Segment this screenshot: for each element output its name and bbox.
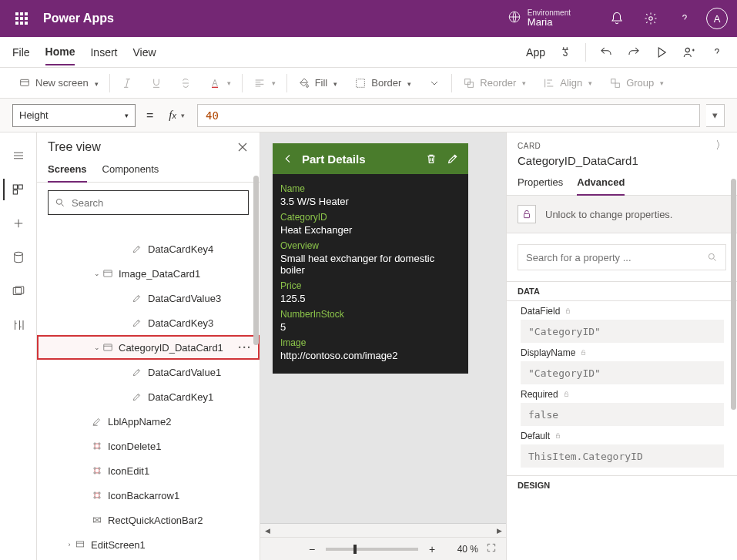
app-checker-icon[interactable] — [558, 45, 573, 60]
zoom-slider[interactable] — [326, 548, 418, 551]
fill-button[interactable]: Fill — [292, 74, 344, 92]
menu-insert[interactable]: Insert — [90, 40, 117, 65]
toolbar: New screen Fill Border Reorder Align Gro… — [0, 68, 737, 99]
back-arrow-icon[interactable] — [280, 151, 296, 166]
help-menu-icon[interactable] — [709, 45, 725, 60]
notifications-icon[interactable] — [601, 0, 632, 37]
settings-icon[interactable] — [635, 0, 666, 37]
zoom-out-button[interactable]: − — [306, 543, 318, 555]
tree-item[interactable]: DataCardKey1 — [37, 384, 260, 409]
property-value[interactable]: ThisItem.CategoryID — [521, 444, 724, 468]
tree-item[interactable]: IconDelete1 — [37, 434, 260, 458]
chevron-down-icon[interactable]: ⌄ — [92, 270, 102, 277]
text-align-icon[interactable] — [247, 74, 282, 92]
zoom-fit-icon[interactable] — [486, 542, 497, 555]
fx-dropdown[interactable]: ▾ — [181, 112, 191, 119]
chevron-right-icon[interactable]: › — [65, 541, 74, 548]
align-button[interactable]: Align — [537, 74, 598, 92]
tree-search-input[interactable] — [48, 190, 249, 215]
tab-screens[interactable]: Screens — [48, 159, 87, 183]
tree-item[interactable]: IconBackarrow1 — [37, 483, 260, 508]
property-value[interactable]: "CategoryID" — [521, 320, 724, 343]
svg-rect-5 — [357, 79, 365, 87]
field-label: Price — [280, 280, 461, 291]
field-value: Small heat exchanger for domestic boiler — [280, 253, 461, 276]
redo-icon[interactable] — [626, 45, 642, 60]
more-options-icon[interactable]: ··· — [238, 341, 252, 354]
rail-insert-icon[interactable] — [3, 208, 34, 239]
underline-icon[interactable] — [144, 74, 169, 92]
tree-item[interactable]: DataCardValue3 — [37, 286, 260, 310]
reorder-label: Reorder — [480, 77, 516, 89]
play-icon[interactable] — [654, 45, 669, 60]
form-preview[interactable]: Part Details Name3.5 W/S HeaterCategoryI… — [273, 143, 468, 374]
tab-components[interactable]: Components — [102, 159, 159, 182]
tree-item[interactable]: ⌄CategoryID_DataCard1··· — [37, 335, 260, 360]
svg-rect-3 — [21, 79, 29, 86]
chevron-down-icon[interactable]: ⌄ — [92, 344, 102, 351]
tree-item-label: IconBackarrow1 — [108, 490, 179, 501]
formula-expand-icon[interactable]: ▾ — [706, 104, 725, 127]
user-avatar[interactable]: A — [706, 8, 728, 29]
scroll-right-icon[interactable]: ▶ — [492, 524, 506, 538]
more-formatting-icon[interactable] — [422, 74, 447, 92]
tree-item[interactable]: ⌄Image_DataCard1 — [37, 261, 260, 286]
app-launcher-icon[interactable] — [9, 6, 34, 31]
svg-rect-33 — [524, 213, 530, 217]
zoom-percent: 40 % — [446, 544, 478, 555]
property-selector[interactable]: Height ▾ — [12, 104, 136, 127]
rail-tree-view-icon[interactable] — [3, 174, 34, 205]
tree-item[interactable]: LblAppName2 — [37, 409, 260, 434]
tree-item[interactable]: IconEdit1 — [37, 458, 260, 483]
tree-item[interactable]: DataCardKey4 — [37, 236, 260, 261]
unlock-bar: Unlock to change properties. — [507, 196, 737, 233]
edit-icon[interactable] — [445, 151, 461, 166]
border-button[interactable]: Border — [348, 74, 417, 92]
property-value[interactable]: "CategoryID" — [521, 361, 724, 384]
undo-icon[interactable] — [598, 45, 614, 60]
rail-advanced-icon[interactable] — [3, 310, 34, 340]
tree-item[interactable]: ›EditScreen1 — [37, 532, 260, 557]
tree-item[interactable]: DataCardKey3 — [37, 310, 260, 335]
new-screen-button[interactable]: New screen — [12, 74, 105, 92]
property-value[interactable]: false — [521, 403, 724, 426]
field-label: Overview — [280, 240, 461, 251]
card-collapse-icon[interactable]: 〉 — [715, 139, 726, 153]
strikethrough-icon[interactable] — [173, 74, 198, 92]
font-color-icon[interactable] — [203, 74, 237, 92]
canvas-h-scrollbar[interactable]: ◀ ▶ — [260, 523, 506, 537]
menu-view[interactable]: View — [132, 40, 156, 65]
group-button[interactable]: Group — [603, 74, 670, 92]
italic-icon[interactable] — [115, 74, 139, 92]
menu-file[interactable]: File — [12, 40, 30, 65]
zoom-in-button[interactable]: + — [426, 543, 438, 555]
tree-item[interactable]: DataCardValue1 — [37, 360, 260, 384]
rail-media-icon[interactable] — [3, 276, 34, 307]
reorder-button[interactable]: Reorder — [457, 74, 532, 92]
property-search[interactable]: Search for a property ... — [518, 244, 726, 270]
formula-input[interactable]: 40 — [197, 104, 700, 127]
delete-icon[interactable] — [424, 151, 439, 166]
share-icon[interactable] — [682, 45, 697, 60]
environment-picker[interactable]: Environment Maria — [508, 8, 571, 28]
tree-item-clipped[interactable] — [37, 223, 260, 236]
properties-scrollbar[interactable] — [729, 179, 736, 560]
help-icon[interactable] — [669, 0, 700, 37]
edit-icon — [131, 243, 143, 254]
tab-properties[interactable]: Properties — [518, 173, 563, 195]
divider — [286, 74, 287, 92]
tree-scrollbar[interactable] — [251, 132, 259, 560]
fx-icon[interactable]: fx — [164, 109, 181, 122]
svg-point-25 — [94, 472, 95, 474]
menu-home[interactable]: Home — [45, 39, 75, 65]
rail-hamburger-icon[interactable] — [3, 140, 34, 171]
menu-app[interactable]: App — [526, 40, 545, 65]
tree-item[interactable]: RectQuickActionBar2 — [37, 508, 260, 532]
tree-search-field[interactable] — [72, 197, 242, 209]
unlock-button[interactable] — [518, 205, 536, 223]
tab-advanced[interactable]: Advanced — [577, 173, 625, 196]
scroll-left-icon[interactable]: ◀ — [260, 524, 274, 538]
unlock-text: Unlock to change properties. — [545, 209, 672, 220]
tree-close-icon[interactable] — [236, 141, 249, 153]
rail-data-icon[interactable] — [3, 242, 34, 273]
